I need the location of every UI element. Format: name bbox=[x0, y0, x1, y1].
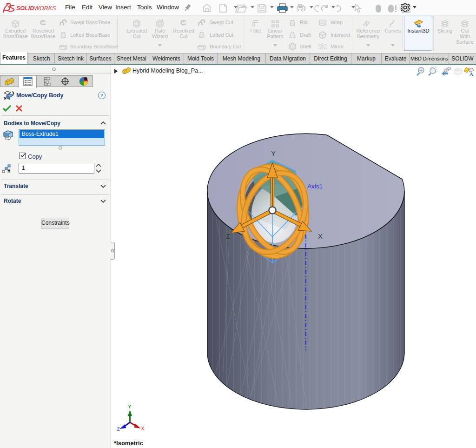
svg-text:Axis1: Axis1 bbox=[307, 183, 323, 190]
svg-text:A: A bbox=[469, 71, 473, 77]
svg-text:SOLIDWORKS: SOLIDWORKS bbox=[16, 5, 56, 12]
svg-text:#: # bbox=[7, 168, 10, 174]
svg-text:X: X bbox=[318, 232, 323, 240]
svg-text:Y: Y bbox=[128, 404, 132, 409]
svg-text:Z: Z bbox=[117, 427, 120, 432]
svg-text:X: X bbox=[141, 426, 145, 431]
svg-text:?: ? bbox=[100, 93, 103, 98]
svg-text:Z: Z bbox=[226, 232, 230, 240]
svg-text:Y: Y bbox=[271, 149, 276, 157]
